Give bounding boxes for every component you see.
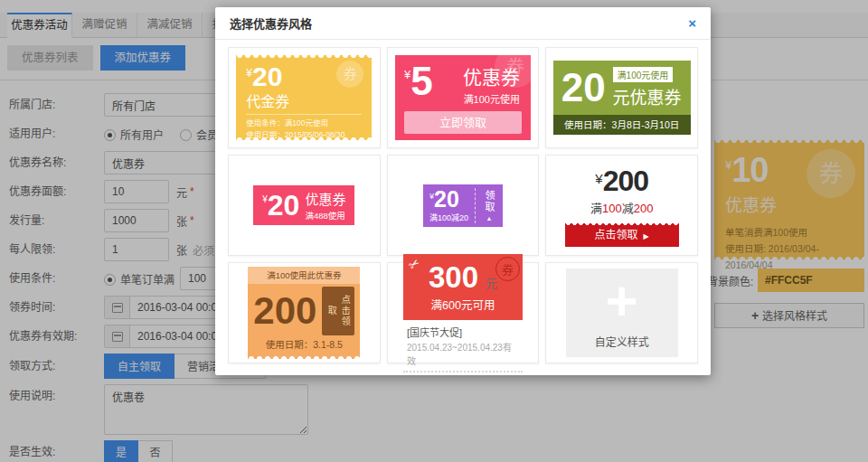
coupon-red-ticket: ✂ 券 300元 满600元可用 [国庆节大促] 2015.04.23~2015… (403, 254, 523, 372)
click-claim-button[interactable]: 点击领取▶ (565, 223, 679, 247)
use-condition: 满100使用此优惠券 (248, 267, 360, 284)
coupon-style-option-6[interactable]: ¥200 满100减200 点击领取▶ (545, 155, 698, 256)
amount: 20 (252, 61, 282, 91)
use-date: 使用日期：3月8日-3月10日 (553, 115, 691, 135)
custom-style-card: + 自定义样式 (566, 269, 678, 357)
coupon-title: 元优惠券 (613, 84, 682, 108)
use-condition: 满488使用 (305, 209, 345, 222)
coupon-yellow-stamp: ¥20 代金券 使用条件：满100元使用 使用日期：2015/05/06-08/… (236, 55, 372, 140)
amount: 300 (429, 260, 478, 294)
coupon-style-modal: 选择优惠券风格 × ¥20 代金券 使用条件：满100元使用 使用日期：2015… (215, 7, 711, 375)
amount: 200 (253, 292, 316, 330)
coupon-style-option-1[interactable]: ¥20 代金券 使用条件：满100元使用 使用日期：2015/05/06-08/… (228, 47, 381, 148)
coupon-title: 优惠券 (305, 189, 345, 208)
promo-name: [国庆节大促] (407, 325, 519, 339)
coupon-style-option-2[interactable]: 券 ¥5 优惠券 满100元使用 立即领取 (387, 47, 540, 148)
coupon-style-option-5[interactable]: ¥20 满100减20 领取 ▲ (387, 155, 540, 256)
coupon-style-option-7[interactable]: 满100使用此优惠券 200 点击领取 使用日期：3.1-8.5 (228, 262, 381, 363)
currency: ¥ (246, 67, 252, 80)
amount: 20 (268, 189, 300, 222)
amount: 20 (561, 70, 606, 106)
plus-icon: + (606, 269, 638, 334)
coupon-green: 20 满100元使用 元优惠券 使用日期：3月8日-3月10日 (553, 61, 691, 135)
coupon-title: 优惠券 (463, 62, 520, 90)
currency: ¥ (595, 171, 602, 186)
modal-header: 选择优惠券风格 × (215, 7, 711, 40)
use-condition: 满600元可用 (407, 296, 519, 313)
use-date: 使用日期：2015/05/06-08/30 (246, 129, 362, 141)
coupon-orange: 满100使用此优惠券 200 点击领取 使用日期：3.1-8.5 (248, 267, 360, 359)
custom-style-label: 自定义样式 (595, 334, 649, 357)
amount-unit: 元 (486, 277, 497, 290)
use-condition: 使用条件：满100元使用 (246, 118, 362, 129)
use-condition: 满100减20 (429, 212, 468, 223)
arrow-up-icon: ▲ (486, 215, 493, 222)
amount: 20 (434, 186, 459, 212)
coupon-pink-small: ¥20 优惠券 满488使用 (253, 185, 354, 225)
coupon-style-option-3[interactable]: 20 满100元使用 元优惠券 使用日期：3月8日-3月10日 (545, 47, 698, 148)
coupon-admin-screen: 优惠券活动 满赠促销 满减促销 打折促销 优惠券列表 添加优惠券 所属门店: 适… (0, 0, 868, 462)
modal-title: 选择优惠券风格 (230, 14, 312, 32)
use-condition: 200 (634, 202, 654, 215)
amount: 5 (410, 59, 432, 103)
coupon-white-red: ¥200 满100减200 点击领取▶ (565, 165, 679, 247)
coupon-style-option-8[interactable]: ✂ 券 300元 满600元可用 [国庆节大促] 2015.04.23~2015… (387, 262, 540, 363)
coupon-purple: ¥20 满100减20 领取 ▲ (423, 184, 503, 227)
coupon-title: 代金券 (246, 90, 362, 111)
use-date: 使用日期：3.1-8.5 (248, 336, 360, 359)
use-condition: 100 (602, 202, 622, 215)
coupon-pink: 券 ¥5 优惠券 满100元使用 立即领取 (395, 55, 531, 140)
claim-label: 点击领取 (595, 229, 638, 241)
arrow-right-icon: ▶ (644, 232, 649, 240)
amount: 200 (603, 165, 648, 197)
claim-now-button[interactable]: 立即领取 (404, 111, 522, 134)
valid-period: 2015.04.23~2015.04.23有效 (407, 340, 519, 367)
use-condition: 减 (622, 202, 634, 215)
click-claim-button[interactable]: 点击领取 (322, 287, 354, 335)
use-condition: 满 (590, 202, 602, 215)
coupon-style-option-custom[interactable]: + 自定义样式 (545, 262, 698, 363)
coupon-style-option-4[interactable]: ¥20 优惠券 满488使用 (228, 155, 381, 256)
use-condition: 满100元使用 (613, 67, 674, 82)
coupon-style-grid: ¥20 代金券 使用条件：满100元使用 使用日期：2015/05/06-08/… (215, 40, 711, 374)
close-icon[interactable]: × (688, 16, 696, 30)
claim-button[interactable]: 领取 (482, 190, 496, 213)
coupon-badge-icon: 券 (495, 257, 520, 281)
use-condition: 满100元使用 (463, 91, 520, 106)
